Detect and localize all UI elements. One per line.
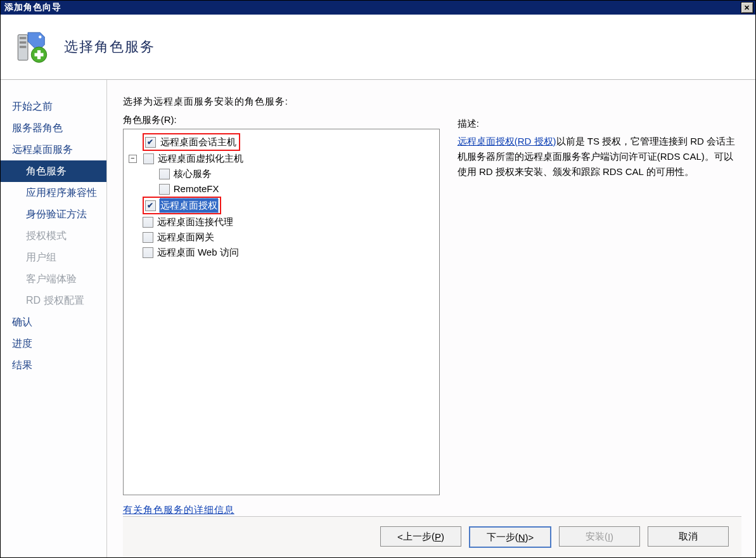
tree-row-web-access[interactable]: 远程桌面 Web 访问 bbox=[126, 245, 437, 260]
sidebar: 开始之前 服务器角色 远程桌面服务 角色服务 应用程序兼容性 身份验证方法 授权… bbox=[1, 80, 107, 557]
svg-rect-3 bbox=[20, 46, 27, 48]
wizard-header: 选择角色服务 bbox=[1, 15, 755, 80]
instruction-text: 选择为远程桌面服务安装的角色服务: bbox=[123, 96, 440, 108]
btn-hotkey: P bbox=[435, 531, 441, 542]
highlight-box: 远程桌面会话主机 bbox=[143, 133, 240, 151]
tree-row-core-services[interactable]: 核心服务 bbox=[126, 166, 437, 181]
nav-server-roles[interactable]: 服务器角色 bbox=[1, 117, 106, 139]
close-button[interactable]: ✕ bbox=[741, 2, 753, 13]
nav-app-compat[interactable]: 应用程序兼容性 bbox=[1, 182, 106, 204]
close-icon: ✕ bbox=[744, 4, 750, 12]
tree-row-remotefx[interactable]: RemoteFX bbox=[126, 181, 437, 197]
tree-label: 远程桌面虚拟化主机 bbox=[157, 151, 245, 166]
nav-rd-licensing-config: RD 授权配置 bbox=[1, 290, 106, 311]
nav-auth-method[interactable]: 身份验证方法 bbox=[1, 204, 106, 225]
btn-text: 安装( bbox=[586, 531, 608, 543]
nav-remote-desktop-services[interactable]: 远程桌面服务 bbox=[1, 139, 106, 160]
checkbox-gateway[interactable] bbox=[143, 232, 153, 243]
btn-text-end: ) bbox=[610, 531, 613, 542]
role-services-tree[interactable]: 远程桌面会话主机 − 远程桌面虚拟化主机 核心服务 bbox=[123, 129, 440, 495]
tree-label: 远程桌面会话主机 bbox=[159, 134, 238, 150]
svg-rect-2 bbox=[20, 41, 27, 44]
wizard-icon bbox=[1, 29, 64, 65]
wizard-window: 添加角色向导 ✕ 选择角色服务 bbox=[0, 0, 756, 558]
btn-text: 上一步( bbox=[403, 531, 435, 543]
cancel-button[interactable]: 取消 bbox=[648, 526, 729, 547]
tree-row-rd-licensing[interactable]: 远程桌面授权 bbox=[126, 197, 437, 214]
checkbox-core-services[interactable] bbox=[159, 169, 170, 179]
btn-text: 下一步( bbox=[487, 531, 518, 543]
chevron-right-icon: > bbox=[529, 532, 534, 543]
highlight-box: 远程桌面授权 bbox=[143, 197, 221, 214]
tree-row-virtualization-host[interactable]: − 远程桌面虚拟化主机 bbox=[126, 151, 437, 166]
btn-hotkey: N bbox=[518, 532, 525, 543]
prev-button[interactable]: < 上一步(P) bbox=[380, 526, 461, 547]
nav-licensing-mode: 授权模式 bbox=[1, 225, 106, 247]
description-link[interactable]: 远程桌面授权(RD 授权) bbox=[458, 136, 556, 146]
btn-text: 取消 bbox=[679, 531, 698, 543]
checkbox-connection-broker[interactable] bbox=[143, 217, 153, 228]
nav-user-groups: 用户组 bbox=[1, 247, 106, 268]
checkbox-remotefx[interactable] bbox=[159, 184, 170, 195]
checkbox-virtualization-host[interactable] bbox=[143, 153, 154, 164]
install-button: 安装(I) bbox=[559, 526, 640, 547]
page-title: 选择角色服务 bbox=[64, 37, 155, 56]
description-title: 描述: bbox=[458, 116, 741, 131]
nav-progress[interactable]: 进度 bbox=[1, 333, 106, 354]
chevron-left-icon: < bbox=[397, 531, 403, 542]
expander-icon[interactable]: − bbox=[129, 155, 137, 163]
nav-role-services[interactable]: 角色服务 bbox=[1, 160, 106, 182]
tree-label: 核心服务 bbox=[172, 166, 213, 181]
window-title: 添加角色向导 bbox=[4, 2, 61, 13]
tree-row-session-host[interactable]: 远程桌面会话主机 bbox=[126, 133, 437, 151]
tree-label: 远程桌面授权 bbox=[159, 198, 219, 213]
svg-point-5 bbox=[39, 36, 41, 38]
content-pane: 选择为远程桌面服务安装的角色服务: 角色服务(R): 远程桌面会话主机 bbox=[107, 80, 755, 557]
tree-label: 远程桌面 Web 访问 bbox=[156, 245, 240, 260]
checkbox-rd-licensing[interactable] bbox=[145, 200, 156, 211]
checkbox-web-access[interactable] bbox=[143, 247, 153, 258]
more-info-link[interactable]: 有关角色服务的详细信息 bbox=[123, 504, 440, 516]
nav-before-you-begin[interactable]: 开始之前 bbox=[1, 96, 106, 117]
role-services-label: 角色服务(R): bbox=[123, 114, 440, 126]
svg-rect-1 bbox=[20, 37, 27, 39]
footer: < 上一步(P) 下一步(N) > 安装(I) 取消 bbox=[123, 516, 741, 557]
btn-text-end: ) bbox=[441, 531, 444, 542]
tree-label: 远程桌面连接代理 bbox=[156, 214, 234, 230]
description-panel: 描述: 远程桌面授权(RD 授权)以前是 TS 授权，它管理连接到 RD 会话主… bbox=[458, 96, 741, 516]
checkbox-session-host[interactable] bbox=[145, 137, 156, 148]
svg-rect-8 bbox=[35, 53, 44, 56]
nav-confirmation[interactable]: 确认 bbox=[1, 311, 106, 333]
tree-row-gateway[interactable]: 远程桌面网关 bbox=[126, 230, 437, 245]
titlebar: 添加角色向导 ✕ bbox=[1, 1, 755, 15]
nav-results[interactable]: 结果 bbox=[1, 354, 106, 376]
tree-label: 远程桌面网关 bbox=[156, 230, 215, 245]
tree-label: RemoteFX bbox=[172, 181, 221, 197]
next-button[interactable]: 下一步(N) > bbox=[469, 526, 551, 548]
wizard-body: 开始之前 服务器角色 远程桌面服务 角色服务 应用程序兼容性 身份验证方法 授权… bbox=[1, 80, 755, 557]
tree-row-connection-broker[interactable]: 远程桌面连接代理 bbox=[126, 214, 437, 230]
description-body: 远程桌面授权(RD 授权)以前是 TS 授权，它管理连接到 RD 会话主机服务器… bbox=[458, 134, 741, 179]
nav-client-experience: 客户端体验 bbox=[1, 268, 106, 290]
